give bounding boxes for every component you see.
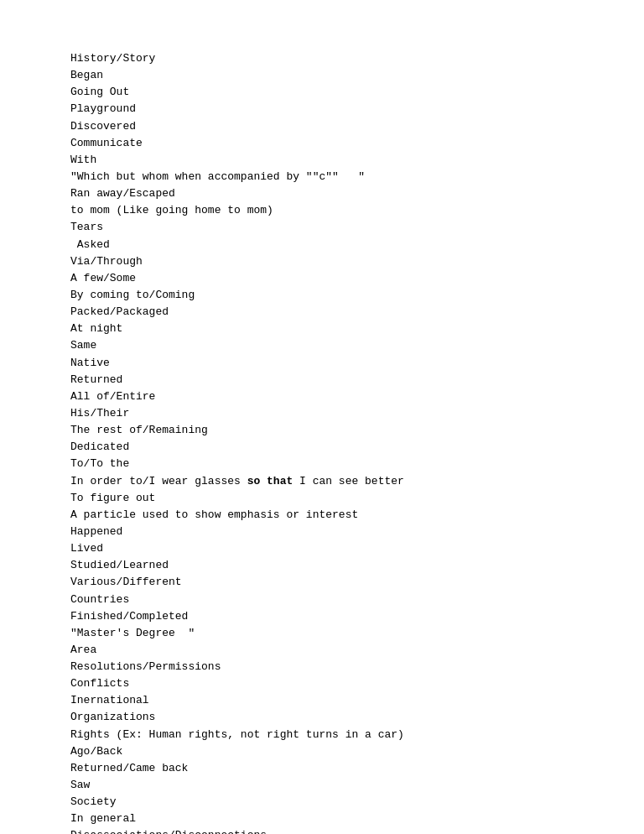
content-line: To figure out bbox=[70, 490, 574, 507]
content-line: By coming to/Coming bbox=[70, 287, 574, 304]
content-line: A particle used to show emphasis or inte… bbox=[70, 507, 574, 524]
content-line: Studied/Learned bbox=[70, 557, 574, 574]
content-line: Packed/Packaged bbox=[70, 304, 574, 321]
content-line: Returned/Came back bbox=[70, 760, 574, 777]
content-line: Happened bbox=[70, 524, 574, 540]
content-line: Ran away/Escaped bbox=[70, 185, 574, 202]
content-line: Inernational bbox=[70, 692, 574, 709]
content-line: Going Out bbox=[70, 84, 574, 101]
content-line: to mom (Like going home to mom) bbox=[70, 202, 574, 219]
content-line: "Which but whom when accompanied by ""c"… bbox=[70, 169, 574, 185]
content-line: "Master's Degree " bbox=[70, 625, 574, 642]
content-line: Communicate bbox=[70, 135, 574, 152]
content-line: Society bbox=[70, 794, 574, 811]
content-line: Various/Different bbox=[70, 574, 574, 591]
content-line: Disassociations/Disconnections bbox=[70, 827, 574, 834]
content-line: Lived bbox=[70, 540, 574, 557]
content-line: Tears bbox=[70, 219, 574, 236]
content-line: In general bbox=[70, 811, 574, 827]
content-line: Ago/Back bbox=[70, 743, 574, 760]
content-line: Asked bbox=[70, 237, 574, 253]
content-line: At night bbox=[70, 321, 574, 337]
content-line: Via/Through bbox=[70, 253, 574, 270]
content-line: History/Story bbox=[70, 50, 574, 67]
content-line: Resolutions/Permissions bbox=[70, 659, 574, 675]
content-line: Countries bbox=[70, 592, 574, 608]
content-line: Conflicts bbox=[70, 675, 574, 692]
content-line: With bbox=[70, 152, 574, 169]
content-line: Discovered bbox=[70, 118, 574, 135]
content-line: His/Their bbox=[70, 405, 574, 422]
content-line: Began bbox=[70, 67, 574, 84]
content-container: History/StoryBeganGoing OutPlaygroundDis… bbox=[70, 50, 574, 834]
content-line: In order to/I wear glasses so that I can… bbox=[70, 473, 574, 490]
content-line: Dedicated bbox=[70, 439, 574, 456]
content-line: Playground bbox=[70, 101, 574, 117]
content-line: Same bbox=[70, 337, 574, 354]
content-line: A few/Some bbox=[70, 270, 574, 287]
content-line: All of/Entire bbox=[70, 388, 574, 405]
content-line: Organizations bbox=[70, 709, 574, 726]
content-line: Area bbox=[70, 642, 574, 659]
content-line: Saw bbox=[70, 777, 574, 794]
content-line: Returned bbox=[70, 372, 574, 388]
content-line: Finished/Completed bbox=[70, 608, 574, 625]
content-line: Native bbox=[70, 355, 574, 372]
content-line: Rights (Ex: Human rights, not right turn… bbox=[70, 727, 574, 743]
content-line: The rest of/Remaining bbox=[70, 422, 574, 439]
content-line: To/To the bbox=[70, 456, 574, 472]
